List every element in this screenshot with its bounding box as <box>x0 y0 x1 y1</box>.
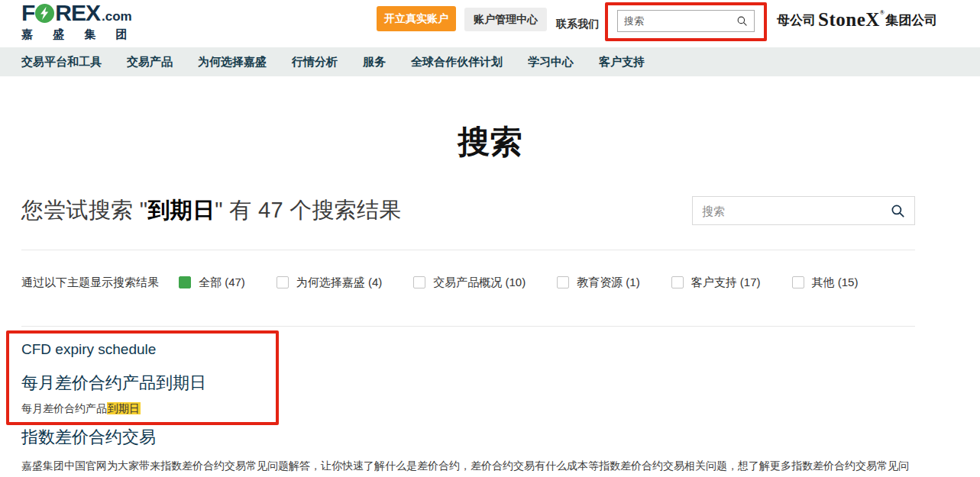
nav-item-trading-platforms[interactable]: 交易平台和工具 <box>21 55 102 69</box>
filter-option-label: 客户支持 (17) <box>691 276 761 290</box>
logo-text-rex: REX <box>55 2 100 24</box>
main-nav: 交易平台和工具 交易产品 为何选择嘉盛 行情分析 服务 全球合作伙伴计划 学习中… <box>0 47 980 76</box>
results-header-row: 您尝试搜索 "到期日" 有 47 个搜索结果 <box>21 195 915 226</box>
checkbox-icon[interactable] <box>557 276 569 288</box>
results-search-box[interactable] <box>692 196 915 225</box>
nav-item-learning-center[interactable]: 学习中心 <box>528 55 574 69</box>
nav-item-customer-support[interactable]: 客户支持 <box>599 55 645 69</box>
search-icon[interactable] <box>891 204 905 218</box>
nav-item-partner-program[interactable]: 全球合作伙伴计划 <box>411 55 503 69</box>
logo-chinese-name: 嘉 盛 集 团 <box>21 27 136 42</box>
filter-option-label: 交易产品概况 (10) <box>433 276 526 290</box>
forex-bolt-icon <box>35 4 54 23</box>
filter-option-label: 教育资源 (1) <box>577 276 640 290</box>
checkbox-icon[interactable] <box>413 276 425 288</box>
checkbox-icon[interactable] <box>792 276 804 288</box>
search-icon[interactable] <box>736 15 748 27</box>
parent-company-suffix: 集团公司 <box>885 11 937 29</box>
result-category-link[interactable]: CFD expiry schedule <box>21 341 266 358</box>
contact-us-link[interactable]: 联系我们 <box>556 13 599 34</box>
result-snippet: 嘉盛集团中国官网为大家带来指数差价合约交易常见问题解答，让你快速了解什么是差价合… <box>21 456 915 477</box>
stonex-logo: StoneX® <box>818 9 885 31</box>
logo-text-f: F <box>21 2 34 24</box>
parent-company-lockup: 母公司 StoneX® 集团公司 <box>777 9 937 31</box>
nav-item-why-forex[interactable]: 为何选择嘉盛 <box>198 55 267 69</box>
filter-option-why-forex[interactable]: 为何选择嘉盛 (4) <box>277 276 383 290</box>
search-query-text: 到期日 <box>147 198 215 222</box>
result-title-link[interactable]: 指数差价合约交易 <box>21 426 915 449</box>
filter-option-education[interactable]: 教育资源 (1) <box>557 276 640 290</box>
filter-label: 通过以下主题显示搜索结果 <box>21 276 159 290</box>
nav-item-market-analysis[interactable]: 行情分析 <box>292 55 338 69</box>
parent-company-prefix: 母公司 <box>777 11 816 29</box>
page-title: 搜索 <box>0 121 980 163</box>
filter-option-label: 其他 (15) <box>812 276 859 290</box>
result-snippet: 每月差价合约产品到期日 <box>21 401 266 416</box>
filter-option-label: 全部 (47) <box>199 276 245 290</box>
results-search-input[interactable] <box>702 205 891 218</box>
search-result-cfd-expiry: CFD expiry schedule 每月差价合约产品到期日 每月差价合约产品… <box>21 341 266 416</box>
checkbox-icon[interactable] <box>277 276 289 288</box>
forex-logo-wordmark: F REX .com <box>21 2 136 24</box>
result-title-link[interactable]: 每月差价合约产品到期日 <box>21 372 266 395</box>
header: F REX .com 嘉 盛 集 团 开立真实账户 账户管理中心 联系我们 母公… <box>0 0 980 47</box>
filter-row: 通过以下主题显示搜索结果 全部 (47) 为何选择嘉盛 (4) 交易产品概况 (… <box>21 272 915 292</box>
open-live-account-button[interactable]: 开立真实账户 <box>377 6 456 31</box>
forex-logo[interactable]: F REX .com 嘉 盛 集 团 <box>21 2 136 42</box>
search-result-index-cfd: 指数差价合约交易 嘉盛集团中国官网为大家带来指数差价合约交易常见问题解答，让你快… <box>21 426 915 477</box>
account-center-button[interactable]: 账户管理中心 <box>464 8 547 31</box>
checkbox-icon[interactable] <box>179 276 191 288</box>
nav-item-services[interactable]: 服务 <box>363 55 386 69</box>
filter-option-support[interactable]: 客户支持 (17) <box>671 276 761 290</box>
filter-option-products[interactable]: 交易产品概况 (10) <box>413 276 526 290</box>
highlighted-term: 到期日 <box>107 402 141 414</box>
results-heading: 您尝试搜索 "到期日" 有 47 个搜索结果 <box>21 195 402 226</box>
checkbox-icon[interactable] <box>671 276 684 288</box>
filter-option-label: 为何选择嘉盛 (4) <box>296 276 383 290</box>
filter-option-other[interactable]: 其他 (15) <box>792 276 859 290</box>
filter-option-all[interactable]: 全部 (47) <box>179 276 245 290</box>
divider <box>21 250 915 250</box>
header-search-box[interactable] <box>617 10 755 32</box>
filter-options: 全部 (47) 为何选择嘉盛 (4) 交易产品概况 (10) 教育资源 (1) … <box>179 276 858 290</box>
divider <box>21 326 915 327</box>
logo-text-com: .com <box>102 10 132 23</box>
nav-item-trading-products[interactable]: 交易产品 <box>127 55 173 69</box>
header-search-input[interactable] <box>624 15 736 27</box>
stonex-trademark: ® <box>880 9 885 16</box>
